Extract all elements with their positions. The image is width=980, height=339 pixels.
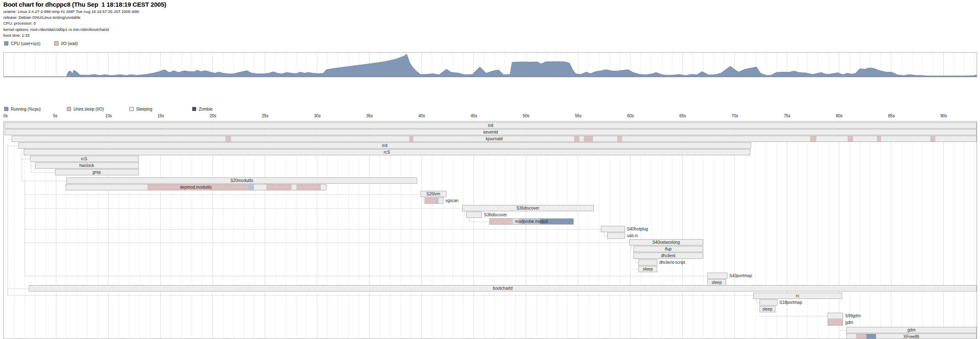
process-bar-gdm <box>828 319 843 326</box>
legend-item: I/O (wait) <box>54 41 78 46</box>
time-tick-label: 0s <box>3 114 8 118</box>
grid-line <box>964 121 965 339</box>
process-label: rcS <box>24 149 750 155</box>
process-label: kjournald <box>12 136 977 142</box>
grid-line <box>870 121 871 339</box>
process-chart-legend: Running (%cpu)Unint.sleep (I/O)SleepingZ… <box>3 107 296 112</box>
cpu-usage-area <box>4 54 977 77</box>
process-connector-line <box>8 288 29 289</box>
process-label: S20modutils <box>66 177 417 184</box>
grid-line <box>849 121 850 339</box>
process-state-segment-io <box>828 320 843 325</box>
process-label: S43portmap <box>729 273 752 279</box>
process-bar-s40hotplug <box>601 226 625 232</box>
time-tick-label: 75s <box>784 114 790 118</box>
process-label: hwclock <box>35 162 139 169</box>
process-bar-vgscan <box>425 197 443 204</box>
grid-line <box>860 121 860 339</box>
process-connector-line <box>31 166 35 166</box>
process-label: init <box>18 142 751 149</box>
process-label: S40hotplug <box>627 226 648 232</box>
process-label: keventd <box>5 129 977 135</box>
process-connector-line <box>757 303 760 303</box>
process-label: gdm <box>846 327 977 333</box>
legend-swatch-icon <box>54 41 58 46</box>
grid-line <box>808 121 808 339</box>
process-connector-line <box>604 236 608 236</box>
legend-swatch-icon <box>67 107 71 111</box>
process-label: S40networking <box>629 239 704 245</box>
time-tick-label: 90s <box>940 114 947 118</box>
boot-time-line: boot time: 1:33 <box>3 33 166 38</box>
process-label: depmod.modutils <box>66 184 327 190</box>
process-bar-s99gdm <box>828 313 843 319</box>
process-connector-line <box>25 194 420 195</box>
process-label: bootchartd <box>29 285 977 291</box>
process-label: usb.rc <box>627 233 638 239</box>
time-tick-label: 30s <box>314 114 321 118</box>
process-label: dhclient <box>633 253 704 259</box>
process-connector-line <box>757 309 760 310</box>
uname-line: uname: Linux 2.4.27-2-686-smp #1 SMP Tue… <box>3 9 166 14</box>
grid-line <box>912 121 912 339</box>
cpu-chart-legend: CPU (user+sys)I/O (wait) <box>3 41 254 47</box>
process-bar-s36discover <box>466 212 482 218</box>
legend-item: Zombie <box>192 107 213 111</box>
process-connector-line <box>22 181 67 181</box>
grid-line <box>943 121 944 339</box>
cpu-area-plot <box>4 53 977 77</box>
grid-line <box>881 121 881 339</box>
legend-item: Sleeping <box>129 107 152 111</box>
process-label: gdm <box>845 319 853 326</box>
process-connector-line <box>25 276 707 276</box>
cpu-chart <box>3 52 977 77</box>
time-tick-label: 65s <box>679 114 686 118</box>
bootchart-page: { "header": { "title": "Boot chart for d… <box>0 0 980 339</box>
grid-line <box>933 121 933 339</box>
time-tick-label: 20s <box>210 114 216 118</box>
process-bar-usb-rc <box>607 233 625 239</box>
legend-swatch-icon <box>4 107 8 111</box>
process-label: sleep <box>707 279 726 286</box>
grid-line <box>891 121 891 339</box>
process-label: sleep <box>638 266 657 272</box>
process-connector-line <box>636 269 639 270</box>
process-connector-line <box>636 263 639 263</box>
process-connector-line <box>469 222 489 222</box>
header: Boot chart for dhcppc8 (Thu Sep 1 18:18:… <box>3 1 166 38</box>
process-label: ifup <box>633 246 704 252</box>
time-tick-label: 50s <box>523 114 529 118</box>
process-label: S99gdm <box>845 313 861 319</box>
process-label: S36discover <box>484 212 507 218</box>
process-connector-line <box>759 316 828 316</box>
process-label: init <box>5 122 977 129</box>
time-tick-label: 80s <box>836 114 843 118</box>
time-tick-label: 10s <box>105 114 112 118</box>
process-bar-dhclient-script <box>638 259 657 266</box>
process-connector-line <box>8 295 753 296</box>
legend-swatch-icon <box>4 41 8 46</box>
process-connector-line <box>31 172 55 173</box>
time-tick-label: 70s <box>732 114 738 118</box>
time-tick-label: 25s <box>262 114 268 118</box>
time-tick-label: 45s <box>471 114 477 118</box>
process-connector-line <box>25 229 601 230</box>
process-label: rcS <box>30 156 139 162</box>
time-axis: 0s5s10s15s20s25s30s35s40s45s50s55s60s65s… <box>3 114 977 119</box>
grid-line <box>14 121 15 339</box>
grid-line <box>954 121 954 339</box>
time-tick-label: 60s <box>627 114 634 118</box>
process-label: grep <box>55 169 139 175</box>
process-bar-s43portmap <box>707 273 727 279</box>
release-line: release: Debian GNU/Linux testing/unstab… <box>3 15 166 20</box>
process-connector-line <box>22 159 30 159</box>
process-connector-line <box>8 146 8 295</box>
process-label: sleep <box>760 306 775 312</box>
process-label: rc <box>753 293 842 299</box>
grid-line <box>901 121 902 339</box>
process-label: XFree86 <box>846 334 977 339</box>
process-label: dhclient-script <box>659 259 685 266</box>
grid-line <box>975 121 975 339</box>
grid-line <box>828 121 829 339</box>
grid-line <box>797 121 798 339</box>
